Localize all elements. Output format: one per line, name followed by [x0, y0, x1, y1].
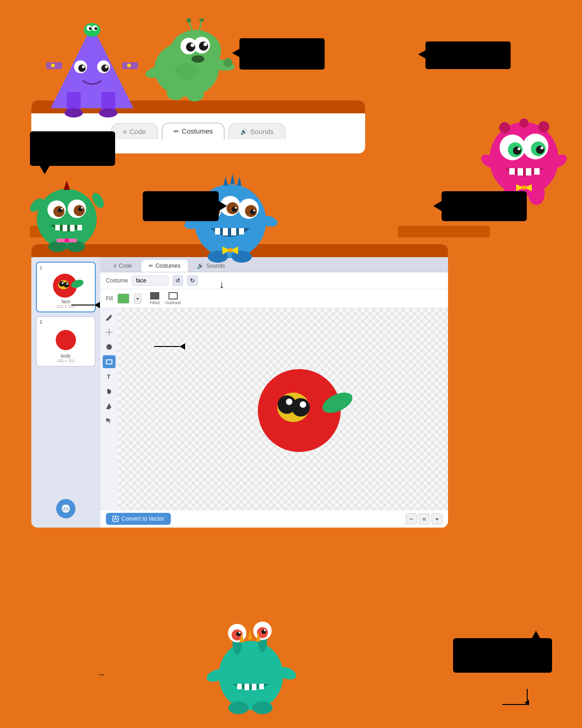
- outlined-box: [169, 292, 178, 299]
- speech-mid-right: [442, 191, 527, 221]
- svg-text:T: T: [107, 373, 111, 380]
- monster-blue-center: [182, 168, 279, 276]
- fill-mode-outlined[interactable]: Outlined: [165, 292, 181, 305]
- svg-rect-101: [231, 228, 236, 235]
- convert-to-vector-button[interactable]: Convert to Vector: [106, 513, 171, 525]
- costumes-sidebar: 1: [31, 257, 100, 528]
- svg-rect-151: [237, 684, 242, 689]
- convert-button-label: Convert to Vector: [122, 516, 164, 522]
- dotted-tool[interactable]: [103, 326, 116, 339]
- tools-arrow-line: [154, 346, 180, 347]
- hand-tool[interactable]: [103, 385, 116, 398]
- editor-main-area: ≡ Code ✏ Costumes 🔊 Sounds Costume: [100, 257, 448, 528]
- tools-arrowhead: [180, 343, 185, 350]
- svg-point-37: [89, 27, 92, 30]
- svg-rect-102: [239, 228, 244, 235]
- svg-point-47: [541, 147, 543, 149]
- svg-marker-97: [230, 174, 235, 184]
- zoom-in-button[interactable]: +: [431, 513, 442, 524]
- code-icon-bottom: ≡: [113, 263, 116, 269]
- svg-point-12: [192, 55, 204, 63]
- fill-color-swatch[interactable]: [117, 294, 129, 304]
- svg-point-29: [105, 65, 108, 68]
- tab-costumes-bottom[interactable]: ✏ Costumes: [141, 260, 188, 272]
- svg-point-150: [264, 629, 266, 631]
- svg-line-125: [67, 510, 70, 510]
- svg-point-61: [522, 185, 526, 190]
- costume-size-2: 192 x 151: [57, 358, 75, 363]
- tab-code-bottom[interactable]: ≡ Code: [106, 260, 140, 272]
- select-tool[interactable]: [103, 414, 116, 427]
- svg-rect-74: [63, 225, 67, 231]
- sound-icon-top: 🔊: [240, 129, 247, 135]
- costumes-label-bottom: Costumes: [156, 263, 180, 269]
- costume-thumb-2: [47, 325, 84, 352]
- fill-tool[interactable]: [103, 399, 116, 412]
- canvas-drawing-area[interactable]: [118, 308, 448, 510]
- svg-point-11: [199, 18, 204, 22]
- svg-point-161: [252, 701, 273, 714]
- speech-bubble-top-2: [425, 41, 511, 69]
- fill-dropdown[interactable]: ▾: [134, 294, 141, 304]
- zoom-in-icon: +: [435, 516, 439, 523]
- svg-point-160: [228, 701, 249, 714]
- svg-rect-73: [55, 225, 60, 230]
- costume-icon-top: ✏: [174, 128, 179, 135]
- tools-panel: T: [100, 308, 118, 510]
- tab-code-top[interactable]: ≡ Code: [111, 123, 158, 139]
- filled-label: Filled: [150, 300, 160, 305]
- svg-rect-76: [77, 225, 82, 230]
- right-arrow-tools: [154, 343, 185, 350]
- speech-top-left: [30, 131, 115, 166]
- zoom-reset-button[interactable]: =: [419, 513, 430, 524]
- svg-point-26: [78, 65, 86, 72]
- svg-point-45: [536, 146, 544, 154]
- sprite-canvas: [246, 362, 352, 456]
- svg-point-121: [64, 508, 65, 509]
- canvas-bottom-bar: Convert to Vector − = +: [100, 510, 448, 528]
- svg-point-4: [186, 42, 195, 52]
- svg-point-138: [300, 401, 306, 408]
- circle-tool[interactable]: [103, 341, 116, 353]
- svg-rect-131: [106, 408, 110, 409]
- svg-rect-153: [252, 684, 256, 690]
- svg-point-114: [64, 282, 69, 288]
- svg-point-149: [239, 632, 240, 634]
- left-indicator-arrow: [71, 302, 100, 308]
- canvas-row: T: [100, 308, 448, 510]
- svg-point-109: [228, 248, 233, 252]
- svg-rect-154: [259, 684, 264, 689]
- tab-sounds-top[interactable]: 🔊 Sounds: [228, 123, 285, 139]
- svg-point-140: [219, 641, 283, 710]
- zoom-out-button[interactable]: −: [406, 513, 417, 524]
- svg-point-95: [253, 210, 255, 211]
- svg-point-28: [82, 65, 85, 68]
- costume-item-2[interactable]: 2 body 192 x 151: [36, 316, 96, 367]
- orange-bar-right: [398, 226, 490, 237]
- svg-point-53: [519, 118, 529, 128]
- costume-number-1: 1: [40, 265, 42, 270]
- svg-rect-48: [509, 168, 515, 175]
- outlined-label: Outlined: [165, 300, 181, 305]
- zoom-bracket: [502, 689, 528, 705]
- rectangle-tool[interactable]: [103, 355, 116, 368]
- rotate-left-button[interactable]: ↺: [172, 275, 183, 286]
- svg-point-70: [61, 208, 63, 210]
- rotate-right-button[interactable]: ↻: [187, 275, 198, 286]
- down-arrow-indicator: ↓: [219, 279, 224, 291]
- costume-icon-bottom: ✏: [149, 263, 153, 269]
- svg-point-117: [56, 330, 76, 350]
- svg-point-18: [175, 63, 198, 80]
- tab-costumes-top[interactable]: ✏ Costumes: [162, 123, 225, 140]
- pencil-tool[interactable]: [103, 311, 116, 324]
- costume-name-input[interactable]: [132, 276, 169, 286]
- text-tool[interactable]: T: [103, 370, 116, 383]
- costume-name-1: face: [62, 299, 70, 304]
- monster-green-alien: [124, 18, 249, 106]
- svg-point-39: [489, 122, 559, 196]
- costume-number-2: 2: [40, 320, 42, 325]
- fill-mode-filled[interactable]: Filled: [150, 292, 160, 305]
- svg-point-54: [538, 121, 549, 132]
- add-costume-button[interactable]: [56, 499, 76, 518]
- svg-point-82: [64, 238, 69, 243]
